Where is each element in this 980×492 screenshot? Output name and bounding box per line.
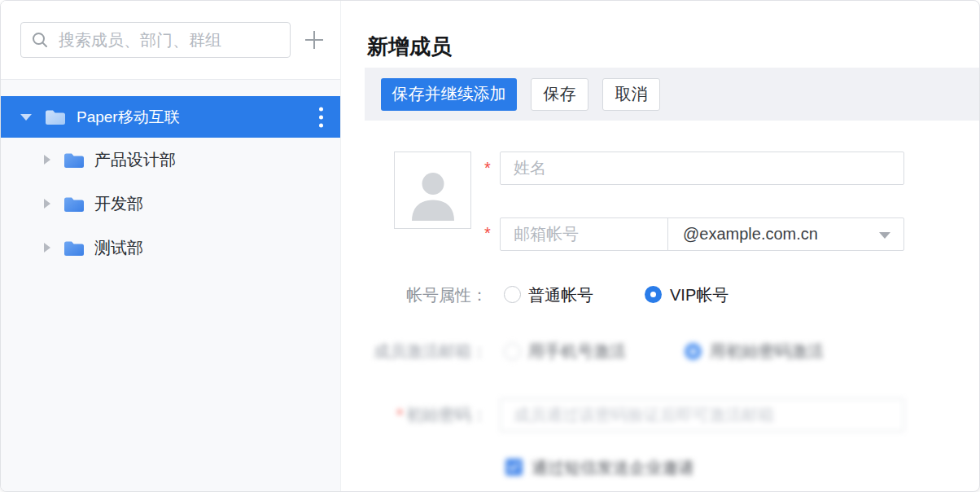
radio-activate-by-phone-label[interactable]: 用手机号激活 (528, 340, 626, 362)
radio-activate-by-phone[interactable] (504, 343, 521, 360)
radio-activate-by-password[interactable] (685, 343, 702, 360)
sms-invite-label[interactable]: 通过短信发送企业邀请 (532, 456, 694, 479)
activation-label: 成员激活邮箱： (343, 340, 488, 362)
required-marker-password: * (396, 406, 403, 424)
app-window: Paper移动互联 产品设计部 开发部 (0, 0, 980, 492)
blurred-section: 成员激活邮箱： 用手机号激活 用初始密码激活 *初始密码： 通过短信发送企业邀请 (1, 1, 979, 491)
initial-password-input[interactable] (500, 398, 904, 432)
initial-password-label: *初始密码： (343, 398, 488, 432)
radio-activate-by-password-label[interactable]: 用初始密码激活 (710, 340, 824, 362)
sms-invite-checkbox[interactable] (505, 459, 523, 476)
